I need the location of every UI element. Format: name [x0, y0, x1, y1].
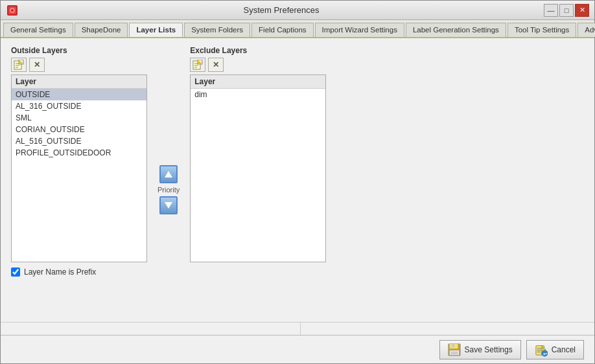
layer-name-prefix-row: Layer Name is Prefix	[11, 267, 147, 277]
cancel-button[interactable]: ↩ Cancel	[526, 340, 584, 359]
tab-general-settings[interactable]: General Settings	[3, 23, 73, 37]
svg-rect-22	[450, 351, 458, 354]
exclude-layers-list-header: Layer	[191, 75, 325, 89]
exclude-layers-add-button[interactable]	[190, 58, 205, 72]
tab-layer-lists[interactable]: Layer Lists	[129, 23, 183, 37]
save-settings-button[interactable]: Save Settings	[439, 340, 521, 359]
panels-row: Outside Layers ✕	[11, 46, 584, 314]
outside-layers-label: Outside Layers	[11, 46, 147, 55]
close-button[interactable]: ✕	[575, 4, 589, 17]
svg-rect-27	[537, 350, 541, 350]
svg-marker-10	[165, 171, 172, 177]
tab-shape-done[interactable]: ShapeDone	[75, 23, 128, 37]
bottom-bar: Save Settings ↩ Cancel	[1, 335, 594, 363]
outside-layers-remove-button[interactable]: ✕	[29, 58, 45, 72]
title-bar: System Preferences — □ ✕	[1, 1, 594, 20]
list-item[interactable]: SML	[12, 112, 146, 124]
tab-bar: General Settings ShapeDone Layer Lists S…	[1, 20, 594, 38]
exclude-layers-label: Exclude Layers	[190, 46, 326, 55]
minimize-button[interactable]: —	[544, 4, 558, 17]
restore-button[interactable]: □	[559, 4, 574, 17]
priority-down-button[interactable]	[159, 196, 178, 214]
exclude-layers-remove-button[interactable]: ✕	[208, 58, 224, 72]
save-settings-label: Save Settings	[465, 345, 513, 354]
list-item[interactable]: PROFILE_OUTSIDEDOOR	[12, 147, 146, 159]
status-bar	[1, 322, 594, 335]
list-item[interactable]: AL_516_OUTSIDE	[12, 135, 146, 147]
layer-name-prefix-label: Layer Name is Prefix	[24, 267, 96, 277]
tab-tooltip-settings[interactable]: Tool Tip Settings	[508, 23, 576, 37]
tab-label-generation[interactable]: Label Generation Settings	[406, 23, 506, 37]
svg-rect-20	[452, 343, 454, 347]
cancel-icon: ↩	[535, 343, 548, 356]
list-item[interactable]: OUTSIDE	[12, 89, 146, 100]
app-icon	[6, 4, 19, 17]
outside-layers-list-header: Layer	[12, 75, 146, 89]
list-item[interactable]: AL_316_OUTSIDE	[12, 100, 146, 112]
list-item[interactable]: CORIAN_OUTSIDE	[12, 124, 146, 135]
svg-marker-11	[165, 202, 172, 209]
tab-system-folders[interactable]: System Folders	[184, 23, 250, 37]
remove-icon: ✕	[213, 60, 219, 69]
tab-field-captions[interactable]: Field Captions	[251, 23, 314, 37]
exclude-layers-section: Exclude Layers ✕	[190, 46, 326, 314]
layer-name-prefix-checkbox[interactable]	[11, 267, 20, 277]
content-area: Outside Layers ✕	[1, 38, 594, 322]
main-window: System Preferences — □ ✕ General Setting…	[0, 0, 595, 364]
status-pane-left	[1, 323, 301, 335]
window-title: System Preferences	[19, 5, 544, 15]
outside-layers-add-button[interactable]	[11, 58, 27, 72]
priority-label: Priority	[158, 186, 180, 194]
svg-point-3	[11, 9, 14, 12]
outside-layers-section: Outside Layers ✕	[11, 46, 147, 314]
svg-text:↩: ↩	[542, 351, 546, 357]
save-icon	[448, 343, 461, 356]
exclude-layers-list[interactable]: Layer dim	[190, 74, 326, 262]
exclude-layers-toolbar: ✕	[190, 58, 326, 72]
svg-rect-26	[537, 348, 541, 348]
window-controls: — □ ✕	[544, 4, 589, 17]
remove-icon: ✕	[34, 60, 40, 69]
priority-section: Priority	[147, 65, 190, 314]
svg-rect-28	[537, 351, 540, 352]
priority-up-button[interactable]	[159, 165, 178, 183]
tab-advanced-settings[interactable]: Advanced Settings	[578, 23, 595, 37]
list-item[interactable]: dim	[191, 89, 325, 100]
outside-layers-list[interactable]: Layer OUTSIDE AL_316_OUTSIDE SML CORIAN_…	[11, 74, 147, 262]
cancel-label: Cancel	[552, 345, 576, 354]
outside-layers-toolbar: ✕	[11, 58, 147, 72]
tab-import-wizard[interactable]: Import Wizard Settings	[315, 23, 404, 37]
